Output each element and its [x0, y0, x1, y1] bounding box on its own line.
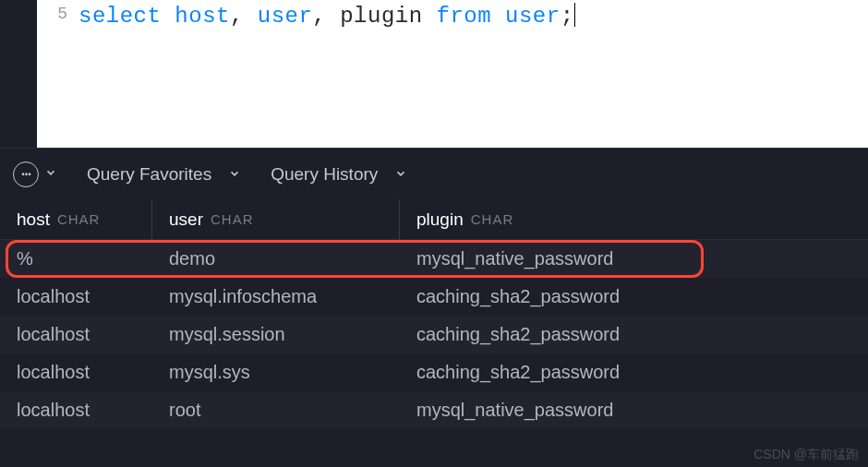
table-row[interactable]: localhost mysql.session caching_sha2_pas…	[0, 316, 868, 353]
cell-plugin: caching_sha2_password	[400, 362, 868, 383]
query-favorites-dropdown[interactable]: Query Favorites	[87, 164, 241, 185]
code-line: select host, user, plugin from user;	[78, 3, 575, 29]
cell-host: localhost	[0, 362, 152, 383]
ellipsis-icon: ···	[13, 162, 39, 187]
results-toolbar: ··· Query Favorites Query History	[0, 148, 868, 199]
cell-user: mysql.sys	[152, 362, 400, 383]
cell-user: mysql.infoschema	[152, 286, 400, 307]
table-row[interactable]: localhost mysql.infoschema caching_sha2_…	[0, 278, 868, 316]
column-header-user[interactable]: user CHAR	[152, 199, 400, 239]
cell-user: mysql.session	[152, 324, 400, 345]
watermark: CSDN @车前猛跑	[753, 447, 859, 463]
table-row[interactable]: localhost mysql.sys caching_sha2_passwor…	[0, 353, 868, 391]
table-row[interactable]: localhost root mysql_native_password	[0, 391, 868, 429]
cell-host: localhost	[0, 324, 152, 345]
results-table-body: % demo mysql_native_password localhost m…	[0, 240, 868, 429]
identifier-user: user	[258, 4, 313, 29]
identifier-user-table: user	[505, 4, 561, 29]
column-header-plugin[interactable]: plugin CHAR	[400, 199, 868, 239]
cell-host: localhost	[0, 286, 152, 307]
cell-user: root	[152, 400, 400, 421]
keyword-select: select	[78, 4, 161, 29]
cell-host: %	[0, 248, 152, 269]
sql-editor[interactable]: 5 select host, user, plugin from user;	[0, 0, 868, 148]
identifier-plugin: plugin	[340, 4, 436, 29]
cell-plugin: caching_sha2_password	[400, 286, 868, 307]
chevron-down-icon	[228, 164, 241, 185]
cell-plugin: mysql_native_password	[400, 248, 868, 269]
chevron-down-icon	[44, 166, 57, 183]
query-favorites-label: Query Favorites	[87, 164, 211, 185]
line-number: 5	[57, 5, 67, 23]
keyword-from: from	[437, 4, 492, 29]
column-header-host[interactable]: host CHAR	[0, 199, 152, 239]
query-history-dropdown[interactable]: Query History	[271, 164, 407, 185]
cell-user: demo	[152, 248, 400, 269]
line-gutter: 5	[37, 0, 78, 148]
results-table-header: host CHAR user CHAR plugin CHAR	[0, 199, 868, 240]
cell-plugin: mysql_native_password	[400, 400, 868, 421]
more-menu-button[interactable]: ···	[13, 162, 57, 187]
query-history-label: Query History	[271, 164, 378, 185]
cursor	[574, 3, 575, 27]
table-row[interactable]: % demo mysql_native_password	[0, 240, 868, 278]
cell-host: localhost	[0, 400, 152, 421]
identifier-host: host	[175, 4, 230, 29]
code-content[interactable]: select host, user, plugin from user;	[78, 0, 575, 148]
chevron-down-icon	[394, 164, 407, 185]
cell-plugin: caching_sha2_password	[400, 324, 868, 345]
